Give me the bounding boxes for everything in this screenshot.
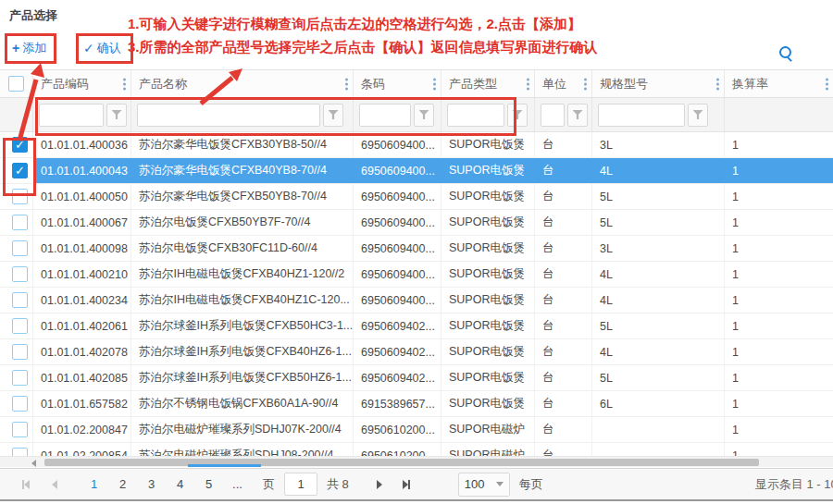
row-checkbox[interactable]: [12, 448, 28, 456]
row-checkbox[interactable]: [12, 137, 28, 153]
pager-page-2[interactable]: 2: [108, 469, 137, 499]
cell-code: 01.01.01.400067: [33, 210, 131, 235]
filter-input-spec[interactable]: [598, 104, 685, 127]
cell-code: 01.01.01.402085: [33, 365, 131, 390]
confirm-button[interactable]: ✓ 确认: [83, 40, 121, 56]
table-row[interactable]: 01.01.01.400210苏泊尔IH电磁电饭煲CFXB40HZ1-120//…: [0, 262, 833, 288]
page-size-dropdown[interactable]: 100: [458, 473, 510, 497]
column-menu-icon[interactable]: [123, 78, 126, 90]
filter-input-barcode[interactable]: [359, 104, 411, 127]
cell-type: SUPOR电饭煲: [441, 313, 535, 338]
pager-first-button[interactable]: [22, 480, 30, 489]
filter-input-name[interactable]: [137, 104, 320, 127]
table-row[interactable]: 01.01.01.400036苏泊尔豪华电饭煲CFXB30YB8-50//469…: [0, 132, 833, 158]
table-row[interactable]: 01.01.01.402061苏泊尔球釜IH系列电饭煲CFXB50HC3-1..…: [0, 313, 833, 339]
table-row[interactable]: 01.01.01.657582苏泊尔不锈钢电饭锅CFXB60A1A-90//46…: [0, 391, 833, 417]
column-menu-icon[interactable]: [433, 78, 436, 90]
row-checkbox[interactable]: [12, 370, 28, 386]
row-checkbox-cell: [0, 313, 33, 338]
horizontal-scrollbar[interactable]: [0, 456, 833, 467]
table-row[interactable]: 01.01.01.400050苏泊尔豪华电饭煲CFXB50YB8-70//469…: [0, 184, 833, 210]
row-checkbox[interactable]: [12, 318, 28, 334]
search-icon[interactable]: [779, 46, 791, 58]
select-all-cell: [0, 70, 33, 97]
row-checkbox-cell: [0, 184, 33, 209]
row-checkbox-cell: [0, 262, 33, 287]
cell-rate: 1: [725, 391, 833, 416]
header-unit[interactable]: 单位: [535, 70, 592, 97]
cell-barcode: 6950609400...: [354, 210, 441, 235]
cell-spec: 5L: [592, 313, 725, 338]
row-checkbox[interactable]: [12, 292, 28, 308]
column-menu-icon[interactable]: [584, 78, 587, 90]
cell-spec: 5L: [592, 210, 725, 235]
cell-unit: 台: [535, 236, 592, 261]
table-row[interactable]: 01.01.02.200847苏泊尔电磁炉璀璨系列SDHJ07K-200//46…: [0, 417, 833, 443]
row-checkbox[interactable]: [12, 189, 28, 204]
table-row[interactable]: 01.01.01.402085苏泊尔球釜IH系列电饭煲CFXB50HZ6-1..…: [0, 365, 833, 391]
filter-funnel-button[interactable]: [323, 104, 343, 127]
table-row[interactable]: 01.01.02.200854苏泊尔电磁炉璀璨系列SDHJ08-200//469…: [0, 443, 833, 456]
funnel-icon: [112, 110, 122, 119]
filter-input-unit[interactable]: [541, 104, 565, 127]
header-spec-model[interactable]: 规格型号: [592, 70, 725, 97]
row-checkbox-cell: [0, 236, 33, 261]
column-menu-icon[interactable]: [716, 78, 719, 90]
column-menu-icon[interactable]: [345, 78, 348, 90]
filter-cell-spec: [592, 98, 725, 131]
scroll-left-arrow-icon[interactable]: [31, 460, 36, 467]
cell-unit: 台: [535, 443, 592, 456]
cell-name: 苏泊尔豪华电饭煲CFXB50YB8-70//4: [131, 184, 354, 209]
filter-input-type[interactable]: [447, 104, 504, 127]
cell-name: 苏泊尔IH电磁电饭煲CFXB40HZ1-120//2: [131, 262, 354, 287]
header-conversion-rate[interactable]: 换算率: [725, 70, 833, 97]
pager-next-button[interactable]: [377, 480, 382, 489]
table-row[interactable]: 01.01.01.400234苏泊尔IH电磁电饭煲CFXB40HZ1C-120.…: [0, 288, 833, 313]
pager-page-4[interactable]: 4: [166, 469, 194, 499]
cell-name: 苏泊尔豪华电饭煲CFXB30YB8-50//4: [131, 132, 354, 157]
row-checkbox[interactable]: [12, 163, 28, 178]
funnel-icon: [513, 110, 523, 119]
pager-page-3[interactable]: 3: [137, 469, 166, 499]
filter-funnel-button[interactable]: [414, 104, 434, 127]
per-page-label: 每页: [519, 476, 543, 493]
row-checkbox-cell: [0, 417, 33, 442]
row-checkbox[interactable]: [12, 240, 28, 256]
table-row[interactable]: 01.01.01.400098苏泊尔电饭煲CFXB30FC11D-60//469…: [0, 236, 833, 262]
table-row[interactable]: 01.01.01.402078苏泊尔球釜IH系列电饭煲CFXB40HZ6-1..…: [0, 339, 833, 365]
filter-funnel-button[interactable]: [567, 104, 588, 127]
cell-name: 苏泊尔球釜IH系列电饭煲CFXB50HC3-1...: [131, 313, 354, 338]
filter-funnel-button[interactable]: [507, 104, 528, 127]
column-menu-icon[interactable]: [527, 78, 529, 90]
row-checkbox[interactable]: [12, 344, 28, 360]
annotation-line-2: 3.所需的全部产品型号选择完毕之后点击【确认】返回信息填写界面进行确认: [128, 35, 598, 58]
pager-ellipsis[interactable]: ...: [223, 469, 252, 499]
pager-page-1[interactable]: 1: [80, 469, 108, 499]
row-checkbox[interactable]: [12, 422, 28, 437]
pager-page-5[interactable]: 5: [194, 469, 223, 499]
header-product-code[interactable]: 产品编码: [33, 70, 131, 97]
pager-last-button[interactable]: [403, 480, 410, 489]
column-menu-icon[interactable]: [826, 78, 828, 90]
cell-spec: 4L: [592, 158, 725, 183]
cell-name: 苏泊尔IH电磁电饭煲CFXB40HZ1C-120...: [131, 288, 354, 313]
filter-cell-unit: [535, 98, 592, 131]
header-barcode[interactable]: 条码: [354, 70, 441, 97]
pager-prev-button[interactable]: [52, 480, 57, 489]
table-row[interactable]: 01.01.01.400043苏泊尔豪华电饭煲CFXB40YB8-70//469…: [0, 158, 833, 184]
filter-input-code[interactable]: [39, 104, 104, 127]
row-checkbox[interactable]: [12, 266, 28, 282]
header-product-type[interactable]: 产品类型: [441, 70, 535, 97]
row-checkbox[interactable]: [12, 215, 28, 230]
select-all-checkbox[interactable]: [8, 76, 24, 92]
cell-spec: 5L: [592, 184, 725, 209]
funnel-icon: [329, 110, 339, 119]
header-product-name[interactable]: 产品名称: [131, 70, 354, 97]
table-row[interactable]: 01.01.01.400067苏泊尔电饭煲CFXB50YB7F-70//4695…: [0, 210, 833, 236]
row-checkbox[interactable]: [12, 396, 28, 412]
filter-funnel-button[interactable]: [688, 104, 708, 127]
add-button[interactable]: + 添加: [12, 40, 46, 56]
page-number-input[interactable]: [284, 473, 317, 496]
scrollbar-thumb[interactable]: [44, 459, 759, 466]
filter-funnel-button[interactable]: [106, 104, 127, 127]
